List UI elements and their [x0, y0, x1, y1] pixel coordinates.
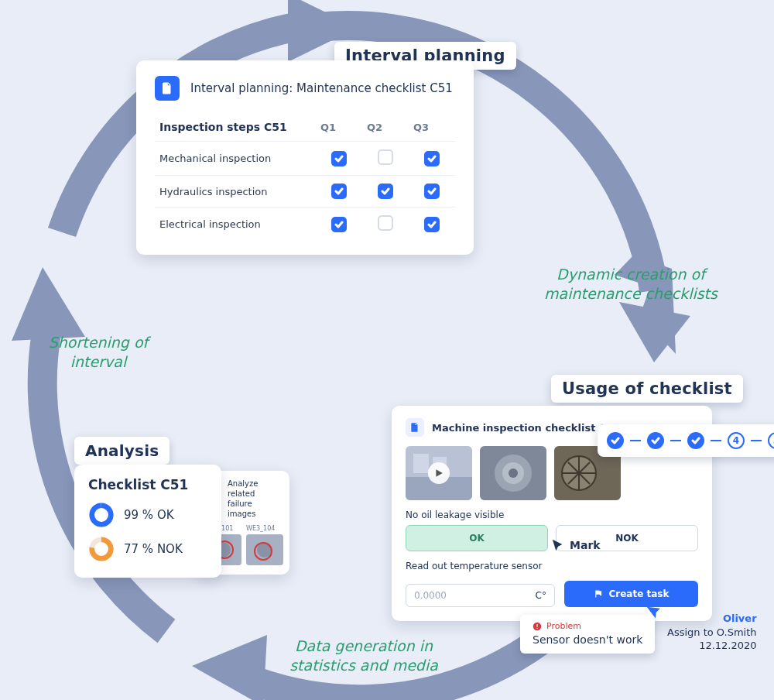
- step-connector: [630, 440, 641, 441]
- cell-checkbox: [362, 142, 409, 176]
- cell-checkbox: [316, 208, 362, 242]
- svg-marker-3: [12, 267, 85, 341]
- create-task-button[interactable]: Create task: [564, 581, 698, 607]
- cell-checkbox: [316, 142, 362, 176]
- problem-label: Problem: [546, 621, 581, 631]
- interval-planning-card: Interval planning: Maintenance checklist…: [136, 60, 474, 255]
- step-connector: [711, 440, 721, 441]
- step-pending[interactable]: 5: [768, 432, 774, 449]
- alert-icon: [533, 622, 542, 631]
- checkbox[interactable]: [331, 217, 347, 232]
- cell-checkbox: [316, 176, 362, 208]
- row-label: Hydraulics inspection: [155, 176, 316, 208]
- assign-to: Assign to O.Smith: [667, 626, 757, 640]
- step-pending[interactable]: 4: [728, 432, 745, 449]
- image-thumbnail[interactable]: [480, 446, 546, 500]
- analysis-card: Checklist C51 99 % OK 77 % NOK: [74, 465, 221, 578]
- create-task-label: Create task: [609, 588, 670, 599]
- inspection-table: Inspection steps C51 Q1 Q2 Q3 Mechanical…: [155, 113, 455, 241]
- temperature-input[interactable]: 0.0000 C°: [406, 584, 555, 607]
- checkbox[interactable]: [378, 149, 393, 165]
- svg-point-27: [92, 506, 111, 525]
- checkbox[interactable]: [424, 217, 440, 232]
- input-placeholder: 0.0000: [414, 590, 447, 601]
- cell-checkbox: [362, 208, 409, 242]
- svg-marker-1: [619, 302, 690, 362]
- progress-stepper: 4 5: [598, 424, 774, 457]
- checkbox[interactable]: [378, 184, 393, 199]
- stat-nok: 77 % NOK: [88, 536, 207, 562]
- stat-nok-label: 77 % NOK: [124, 542, 183, 556]
- image-label: WE3_104: [246, 525, 283, 532]
- assign-date: 12.12.2020: [667, 639, 757, 653]
- problem-message: Sensor doesn't work: [533, 633, 642, 646]
- check-item-label: No oil leakage visible: [406, 510, 698, 520]
- checkbox[interactable]: [424, 184, 440, 199]
- user-cursor-oliver: [647, 602, 664, 623]
- checkbox[interactable]: [331, 184, 347, 199]
- play-icon[interactable]: [406, 446, 472, 500]
- svg-rect-21: [536, 627, 537, 628]
- check-item-label: Read out temperature sensor: [406, 561, 698, 571]
- note-data-generation: Data generation in statistics and media: [279, 637, 449, 674]
- cursor-icon: [645, 600, 666, 622]
- cursor-user-label: Mark: [570, 539, 601, 551]
- failure-image-thumbnail[interactable]: [246, 534, 283, 565]
- checkbox[interactable]: [331, 151, 347, 166]
- label-usage-checklist: Usage of checklist: [551, 375, 743, 403]
- step-done: [687, 432, 704, 449]
- table-row: Electrical inspection: [155, 208, 455, 242]
- user-cursor-mark: Mark: [551, 538, 601, 552]
- stat-ok: 99 % OK: [88, 502, 207, 528]
- document-icon: [406, 418, 424, 437]
- table-row: Hydraulics inspection: [155, 176, 455, 208]
- analysis-title: Checklist C51: [88, 477, 207, 492]
- row-label: Electrical inspection: [155, 208, 316, 242]
- table-row: Mechanical inspection: [155, 142, 455, 176]
- checkbox[interactable]: [378, 215, 393, 231]
- donut-chart-icon: [88, 502, 115, 528]
- stat-ok-label: 99 % OK: [124, 508, 174, 522]
- step-done: [607, 432, 624, 449]
- svg-marker-2: [192, 635, 267, 700]
- note-shortening: Shortening of interval: [48, 333, 149, 371]
- label-analysis: Analysis: [74, 437, 170, 465]
- cell-checkbox: [362, 176, 409, 208]
- step-connector: [670, 440, 681, 441]
- col-steps: Inspection steps C51: [155, 113, 316, 142]
- flag-icon: [594, 589, 603, 599]
- cursor-icon: [551, 538, 565, 552]
- problem-chip: Problem Sensor doesn't work: [520, 615, 655, 654]
- col-q1: Q1: [316, 113, 362, 142]
- assign-user: Oliver: [667, 612, 757, 626]
- input-unit: C°: [536, 590, 546, 601]
- step-connector: [751, 440, 762, 441]
- cell-checkbox: [409, 208, 455, 242]
- video-thumbnail[interactable]: [406, 446, 472, 500]
- ok-button[interactable]: OK: [406, 525, 548, 551]
- row-label: Mechanical inspection: [155, 142, 316, 176]
- col-q2: Q2: [362, 113, 409, 142]
- step-done: [647, 432, 664, 449]
- document-icon: [155, 76, 180, 101]
- svg-rect-20: [536, 624, 537, 627]
- note-dynamic-creation: Dynamic creation of maintenance checklis…: [542, 265, 720, 303]
- analyze-title: Analyze related failure images: [228, 479, 282, 519]
- usage-title: Machine inspection checklist C51: [432, 422, 621, 434]
- cell-checkbox: [409, 176, 455, 208]
- cell-checkbox: [409, 142, 455, 176]
- checkbox[interactable]: [424, 151, 440, 166]
- col-q3: Q3: [409, 113, 455, 142]
- donut-chart-icon: [88, 536, 115, 562]
- interval-title: Interval planning: Maintenance checklist…: [190, 81, 453, 95]
- assign-info: Oliver Assign to O.Smith 12.12.2020: [667, 612, 757, 653]
- svg-point-12: [509, 468, 518, 478]
